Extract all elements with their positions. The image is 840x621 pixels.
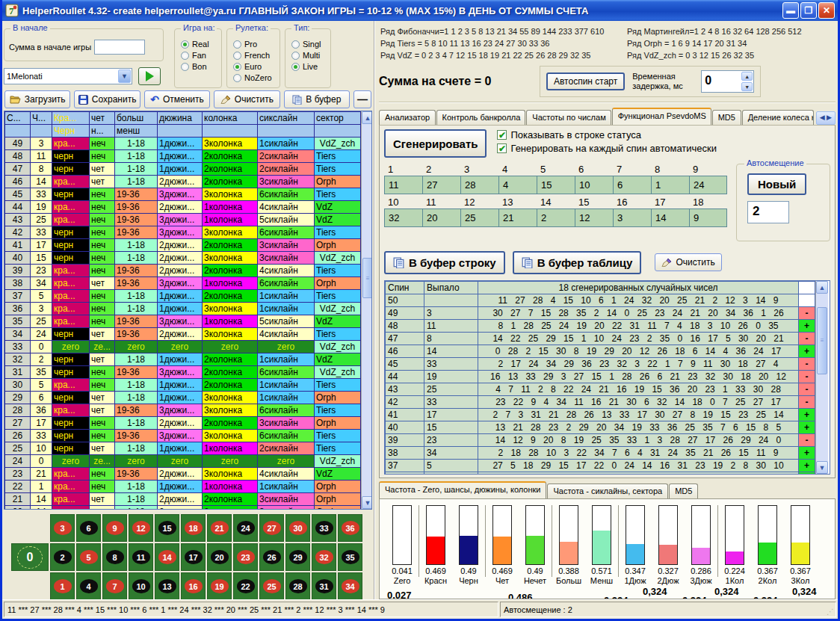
tab-Анализатор[interactable]: Анализатор (379, 110, 436, 125)
radio-game-real[interactable]: Real (181, 40, 217, 49)
radio-type-live[interactable]: Live (291, 62, 326, 71)
radio-game-bon[interactable]: Bon (181, 62, 217, 71)
tab-Частоты по числам[interactable]: Частоты по числам (526, 110, 611, 125)
roulette-cell-28[interactable]: 28 (285, 572, 310, 600)
undo-button[interactable]: ↶ Отменить (144, 90, 210, 108)
start-sum-input[interactable] (94, 40, 145, 55)
autoshift-new-button[interactable]: Новый (747, 173, 806, 195)
roulette-cell-29[interactable]: 29 (285, 543, 310, 571)
radio-game-fan[interactable]: Fan (181, 51, 217, 60)
generated-table-scrollbar[interactable]: ▲ ≡ ▼ (815, 281, 828, 474)
roulette-cell-15[interactable]: 15 (155, 514, 179, 542)
roulette-cell-33[interactable]: 33 (312, 514, 336, 542)
clear-button[interactable]: Очистить (214, 90, 280, 108)
roulette-cell-10[interactable]: 10 (129, 572, 153, 600)
buffer-table-button[interactable]: В буфер таблицу (513, 251, 642, 274)
roulette-cell-14[interactable]: 14 (155, 543, 179, 571)
roulette-cell-19[interactable]: 19 (207, 572, 232, 600)
roulette-cell-9[interactable]: 9 (102, 514, 127, 542)
tab-MD5[interactable]: MD5 (712, 110, 741, 125)
roulette-cell-3[interactable]: 3 (50, 514, 75, 542)
roulette-cell-4[interactable]: 4 (76, 572, 101, 600)
tab-Деление колеса на[interactable]: Деление колеса на (742, 110, 814, 125)
roulette-cell-11[interactable]: 11 (129, 543, 153, 571)
roulette-cell-12[interactable]: 12 (129, 514, 153, 542)
roulette-cell-1[interactable]: 1 (50, 572, 75, 600)
play-button[interactable] (138, 67, 161, 85)
roulette-cell-6[interactable]: 6 (76, 514, 101, 542)
radio-icon[interactable] (233, 40, 241, 49)
roulette-cell-17[interactable]: 17 (181, 543, 206, 571)
roulette-cell-24[interactable]: 24 (233, 514, 258, 542)
autospin-start-button[interactable]: Автоспин старт (546, 72, 625, 90)
close-button[interactable]: ✕ (818, 2, 835, 19)
roulette-cell-5[interactable]: 5 (76, 543, 101, 571)
spin-table-scrollbar[interactable]: ▲ ≡ ▼ (361, 111, 372, 509)
strategy-combobox[interactable]: 1Melonati ▼ (4, 68, 132, 84)
roulette-cell-8[interactable]: 8 (102, 543, 127, 571)
roulette-cell-34[interactable]: 34 (338, 572, 362, 600)
roulette-cell-7[interactable]: 7 (102, 572, 127, 600)
roulette-cell-35[interactable]: 35 (338, 543, 362, 571)
generate-button[interactable]: Сгенерировать (384, 129, 487, 158)
roulette-cell-32[interactable]: 32 (312, 543, 336, 571)
clear-generated-button[interactable]: Очистить (655, 253, 721, 271)
roulette-cell-26[interactable]: 26 (259, 543, 284, 571)
collapse-button[interactable]: — (353, 90, 371, 108)
radio-icon[interactable] (181, 40, 189, 49)
roulette-cell-2[interactable]: 2 (50, 543, 75, 571)
freq-tab-Частота - сиклайны, сектора[interactable]: Частота - сиклайны, сектора (547, 483, 668, 498)
scroll-up-icon[interactable]: ▲ (816, 281, 828, 294)
radio-icon[interactable] (181, 63, 189, 71)
autoshift-value-input[interactable]: 2 (747, 201, 789, 223)
roulette-cell-22[interactable]: 22 (233, 572, 258, 600)
radio-icon[interactable] (291, 52, 300, 60)
resize-grip[interactable]: ⋰ (827, 608, 835, 616)
buffer-row-button[interactable]: В буфер строку (384, 251, 505, 274)
radio-icon[interactable] (233, 74, 241, 82)
radio-type-singl[interactable]: Singl (291, 40, 326, 49)
roulette-cell-20[interactable]: 20 (207, 543, 232, 571)
radio-icon[interactable] (233, 63, 241, 71)
roulette-cell-25[interactable]: 25 (259, 572, 284, 600)
tab-Контроль банкролла[interactable]: Контроль банкролла (436, 110, 526, 125)
roulette-cell-27[interactable]: 27 (259, 514, 284, 542)
radio-icon[interactable] (181, 52, 189, 60)
roulette-cell-36[interactable]: 36 (338, 514, 362, 542)
radio-roulette-nozero[interactable]: NoZero (233, 73, 275, 82)
radio-icon[interactable] (233, 52, 241, 60)
scroll-up-icon[interactable]: ▲ (362, 111, 372, 124)
roulette-cell-31[interactable]: 31 (312, 572, 336, 600)
delay-spinner[interactable]: 0 ▲ ▼ (701, 70, 754, 93)
radio-type-multi[interactable]: Multi (291, 51, 326, 60)
spinner-up-icon[interactable]: ▲ (741, 72, 753, 81)
scroll-down-icon[interactable]: ▼ (816, 461, 828, 474)
roulette-cell-23[interactable]: 23 (233, 543, 258, 571)
maximize-button[interactable]: ❐ (800, 2, 817, 19)
buffer-button[interactable]: В буфер (284, 90, 350, 108)
freq-tab-Частота - Zero, шансы, дюжины, колонки[interactable]: Частота - Zero, шансы, дюжины, колонки (379, 481, 546, 498)
radio-roulette-pro[interactable]: Pro (233, 40, 275, 49)
spinner-down-icon[interactable]: ▼ (741, 82, 753, 91)
tab-Функционал PsevdoMS[interactable]: Функционал PsevdoMS (612, 108, 711, 125)
roulette-cell-30[interactable]: 30 (285, 514, 310, 542)
tab-scroll-arrows[interactable]: ◀ ▶ (816, 111, 836, 125)
radio-icon[interactable] (291, 63, 300, 71)
roulette-cell-16[interactable]: 16 (181, 572, 206, 600)
radio-roulette-euro[interactable]: Euro (233, 62, 275, 71)
checkbox-show-status[interactable]: ✔ Показывать в строке статуса (497, 129, 717, 140)
checkbox-generate-each-spin[interactable]: ✔ Генерировать на каждый спин автоматиче… (497, 143, 717, 154)
freq-tab-MD5[interactable]: MD5 (669, 483, 698, 498)
scroll-down-icon[interactable]: ▼ (362, 496, 372, 509)
roulette-cell-21[interactable]: 21 (207, 514, 232, 542)
radio-icon[interactable] (291, 40, 300, 49)
radio-roulette-french[interactable]: French (233, 51, 275, 60)
scrollbar-thumb[interactable]: ≡ (362, 258, 372, 298)
scrollbar-thumb[interactable]: ≡ (817, 307, 827, 374)
minimize-button[interactable]: ▬ (782, 2, 799, 19)
chevron-down-icon[interactable]: ▼ (118, 69, 131, 83)
save-button[interactable]: Сохранить (74, 90, 140, 108)
roulette-cell-13[interactable]: 13 (155, 572, 179, 600)
load-button[interactable]: Загрузить (4, 90, 70, 108)
roulette-cell-18[interactable]: 18 (181, 514, 206, 542)
